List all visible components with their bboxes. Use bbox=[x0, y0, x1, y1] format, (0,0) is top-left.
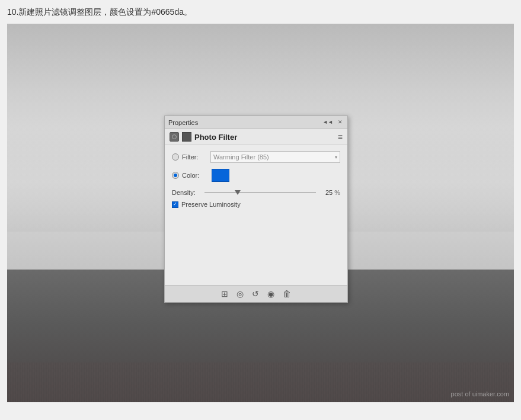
preserve-row: Preserve Luminosity bbox=[172, 201, 340, 208]
history-icon[interactable]: ↺ bbox=[252, 289, 259, 299]
color-radio[interactable] bbox=[172, 172, 179, 179]
panel-spacer bbox=[172, 208, 340, 279]
watermark: post of uimaker.com bbox=[451, 390, 509, 397]
panel-menu-icon[interactable]: ≡ bbox=[338, 132, 343, 142]
density-value-area: 25 % bbox=[319, 189, 340, 196]
color-swatch[interactable] bbox=[212, 169, 229, 182]
preserve-checkbox[interactable] bbox=[172, 201, 178, 208]
camera-icon bbox=[170, 132, 179, 142]
view-icon[interactable]: ◉ bbox=[267, 289, 274, 299]
instruction-text: 10.新建照片滤镜调整图层，颜色设置为#0665da。 bbox=[7, 7, 192, 18]
density-slider-container[interactable] bbox=[204, 188, 316, 197]
ground-texture bbox=[7, 363, 514, 402]
preserve-label: Preserve Luminosity bbox=[181, 201, 241, 208]
density-label: Density: bbox=[172, 189, 204, 196]
filter-dropdown-value: Warming Filter (85) bbox=[213, 153, 269, 161]
panel-footer: ⊞ ◎ ↺ ◉ 🗑 bbox=[165, 285, 347, 302]
eye-icon[interactable]: ◎ bbox=[236, 289, 244, 299]
panel-body: Filter: Warming Filter (85) ▾ Color: Den… bbox=[165, 145, 347, 285]
filter-dropdown[interactable]: Warming Filter (85) ▾ bbox=[210, 151, 340, 163]
density-thumb bbox=[235, 190, 241, 195]
filter-row: Filter: Warming Filter (85) ▾ bbox=[172, 151, 340, 163]
color-row: Color: bbox=[172, 169, 340, 182]
panel-close-btn[interactable]: ✕ bbox=[337, 120, 344, 125]
panel-title-text: Properties bbox=[168, 119, 198, 126]
properties-panel: Properties ◄◄ ✕ Photo Filter ≡ Filter: bbox=[164, 116, 348, 303]
dropdown-arrow-icon: ▾ bbox=[335, 155, 337, 160]
filter-radio[interactable] bbox=[172, 153, 179, 161]
filter-label: Filter: bbox=[182, 153, 210, 161]
density-unit: % bbox=[334, 189, 340, 196]
panel-collapse-btn[interactable]: ◄◄ bbox=[321, 120, 334, 125]
layer-icon bbox=[182, 132, 191, 142]
panel-titlebar: Properties ◄◄ ✕ bbox=[165, 116, 347, 129]
color-label: Color: bbox=[182, 172, 210, 179]
panel-header: Photo Filter ≡ bbox=[165, 129, 347, 145]
main-image-area: Properties ◄◄ ✕ Photo Filter ≡ Filter: bbox=[7, 24, 514, 402]
trash-icon[interactable]: 🗑 bbox=[283, 289, 291, 299]
crop-icon[interactable]: ⊞ bbox=[221, 289, 228, 299]
density-value: 25 bbox=[319, 189, 333, 196]
photo-filter-title: Photo Filter bbox=[194, 133, 237, 142]
density-row: Density: 25 % bbox=[172, 188, 340, 197]
density-track bbox=[204, 192, 316, 193]
density-fill bbox=[204, 192, 238, 193]
